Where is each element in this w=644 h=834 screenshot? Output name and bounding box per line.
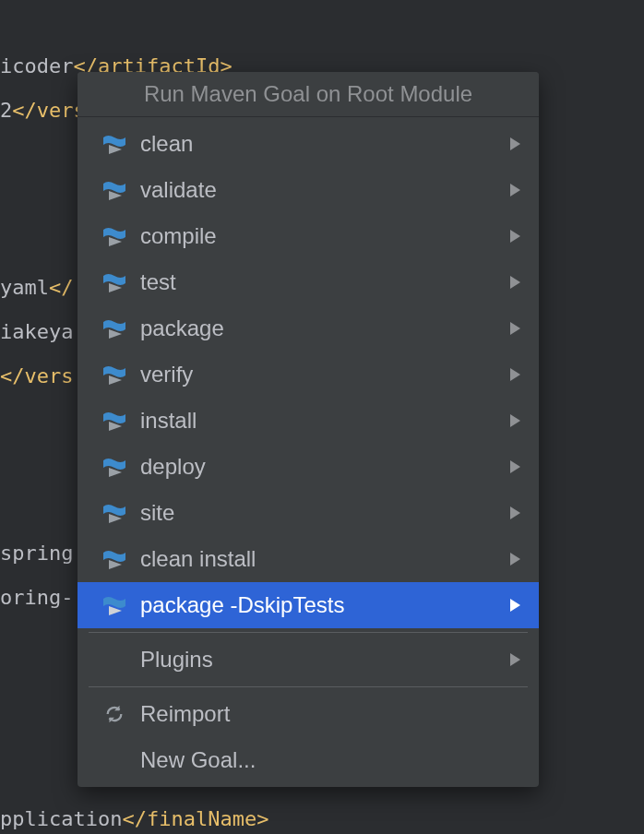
menu-separator xyxy=(89,686,528,687)
maven-run-icon xyxy=(101,503,127,523)
menu-item-clean-install[interactable]: clean install xyxy=(78,536,539,582)
menu-item-label: install xyxy=(140,408,497,434)
maven-run-icon xyxy=(101,226,127,246)
submenu-arrow-icon xyxy=(510,368,520,381)
maven-run-icon xyxy=(101,134,127,154)
maven-run-icon xyxy=(101,595,127,615)
submenu-arrow-icon xyxy=(510,506,520,519)
menu-item-label: package xyxy=(140,316,497,341)
maven-run-icon xyxy=(101,180,127,200)
menu-goals-list: clean validate compile test xyxy=(78,117,539,787)
menu-item-label: clean xyxy=(140,131,497,157)
maven-run-icon xyxy=(101,457,127,477)
menu-item-label: clean install xyxy=(140,546,497,572)
menu-item-install[interactable]: install xyxy=(78,398,539,444)
menu-item-clean[interactable]: clean xyxy=(78,121,539,167)
menu-item-verify[interactable]: verify xyxy=(78,351,539,398)
maven-run-icon xyxy=(101,272,127,292)
submenu-arrow-icon xyxy=(510,137,520,150)
menu-item-label: package -DskipTests xyxy=(140,592,497,618)
maven-run-icon xyxy=(101,364,127,385)
submenu-arrow-icon xyxy=(510,322,520,335)
submenu-arrow-icon xyxy=(510,553,520,566)
submenu-arrow-icon xyxy=(510,184,520,197)
icon-placeholder xyxy=(101,649,127,670)
menu-item-label: Plugins xyxy=(140,647,497,673)
submenu-arrow-icon xyxy=(510,599,520,612)
icon-placeholder xyxy=(101,750,127,770)
menu-item-label: deploy xyxy=(140,454,497,480)
menu-item-package-skiptests[interactable]: package -DskipTests xyxy=(78,582,539,628)
menu-item-plugins[interactable]: Plugins xyxy=(78,637,539,683)
menu-item-label: site xyxy=(140,500,497,526)
submenu-arrow-icon xyxy=(510,414,520,427)
menu-item-package[interactable]: package xyxy=(78,305,539,351)
maven-run-icon xyxy=(101,318,127,339)
menu-item-label: Reimport xyxy=(140,701,520,727)
menu-item-reimport[interactable]: Reimport xyxy=(78,691,539,737)
menu-item-label: compile xyxy=(140,223,497,249)
menu-item-new-goal[interactable]: New Goal... xyxy=(78,737,539,783)
submenu-arrow-icon xyxy=(510,653,520,666)
refresh-icon xyxy=(101,704,127,724)
maven-context-menu: Run Maven Goal on Root Module clean vali… xyxy=(78,72,539,787)
submenu-arrow-icon xyxy=(510,230,520,243)
menu-item-deploy[interactable]: deploy xyxy=(78,444,539,490)
maven-run-icon xyxy=(101,549,127,569)
menu-separator xyxy=(89,632,528,633)
menu-title: Run Maven Goal on Root Module xyxy=(78,72,539,117)
menu-item-test[interactable]: test xyxy=(78,259,539,305)
menu-item-compile[interactable]: compile xyxy=(78,213,539,259)
menu-item-label: verify xyxy=(140,362,497,387)
submenu-arrow-icon xyxy=(510,276,520,289)
menu-item-validate[interactable]: validate xyxy=(78,167,539,213)
menu-item-site[interactable]: site xyxy=(78,490,539,536)
maven-run-icon xyxy=(101,411,127,431)
submenu-arrow-icon xyxy=(510,460,520,473)
menu-item-label: New Goal... xyxy=(140,747,520,773)
menu-item-label: validate xyxy=(140,177,497,203)
menu-item-label: test xyxy=(140,269,497,295)
